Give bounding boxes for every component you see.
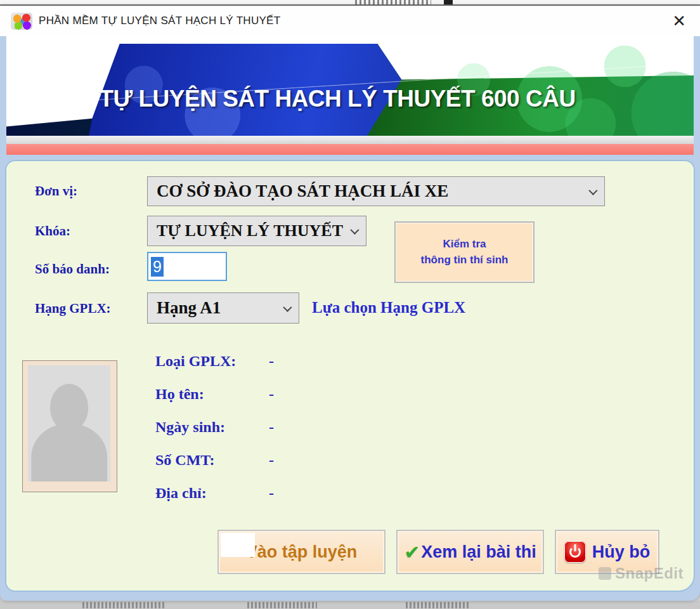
dia-chi-value: - (269, 485, 274, 502)
title-bar: PHẦN MỀM TỰ LUYỆN SÁT HẠCH LÝ THUYẾT ✕ (0, 6, 700, 36)
red-stripe (6, 144, 694, 155)
khoa-dropdown-value: TỰ LUYỆN LÝ THUYẾT (157, 221, 343, 240)
hang-gplx-hint: Lựa chọn Hạng GPLX (312, 299, 465, 317)
watermark-icon (599, 567, 611, 580)
hang-gplx-dropdown-value: Hạng A1 (157, 298, 221, 318)
don-vi-dropdown[interactable]: CƠ SỞ ĐÀO TẠO SÁT HẠCH LÁI XE (147, 176, 605, 206)
remnant-smudge (355, 0, 431, 4)
remnant-smudge (247, 602, 317, 608)
check-button-line1: Kiểm tra (443, 237, 486, 252)
so-bao-danh-label: Số báo danh: (35, 261, 110, 277)
banner-title: TỰ LUYỆN SÁT HẠCH LÝ THUYẾT 600 CÂU (6, 86, 668, 112)
banner-line-decoration (6, 34, 694, 136)
check-candidate-info-button[interactable]: Kiểm tra thông tin thí sinh (394, 221, 535, 283)
candidate-photo-frame (22, 360, 117, 492)
remnant-smudge (406, 602, 469, 608)
dia-chi-label: Địa chỉ: (155, 485, 207, 502)
hang-gplx-dropdown[interactable]: Hạng A1 (147, 292, 299, 324)
window-title: PHẦN MỀM TỰ LUYỆN SÁT HẠCH LÝ THUYẾT (39, 15, 280, 27)
don-vi-label: Đơn vị: (35, 183, 77, 199)
ngay-sinh-value: - (269, 419, 274, 436)
review-exam-button[interactable]: ✔ Xem lại bài thi (396, 530, 544, 574)
so-bao-danh-input[interactable]: 9 (147, 252, 227, 281)
khoa-label: Khóa: (35, 223, 70, 239)
power-icon (564, 541, 586, 563)
watermark-text: SnapEdit (615, 565, 684, 582)
so-bao-danh-value: 9 (151, 257, 164, 277)
so-cmt-value: - (269, 452, 274, 469)
practice-button[interactable]: Vào tập luyện (217, 530, 386, 574)
checkmark-icon: ✔ (404, 541, 420, 563)
don-vi-dropdown-value: CƠ SỞ ĐÀO TẠO SÁT HẠCH LÁI XE (157, 181, 448, 201)
so-cmt-label: Số CMT: (155, 452, 215, 469)
chevron-down-icon (588, 186, 597, 195)
review-button-label: Xem lại bài thi (421, 542, 536, 562)
loai-gplx-label: Loại GPLX: (155, 353, 236, 370)
avatar-placeholder (28, 365, 110, 481)
screen: PHẦN MỀM TỰ LUYỆN SÁT HẠCH LÝ THUYẾT ✕ T… (0, 0, 700, 609)
chevron-down-icon (350, 226, 359, 235)
practice-button-label: Vào tập luyện (246, 542, 358, 562)
chevron-down-icon (283, 303, 292, 311)
banner-bottom-strip (6, 136, 694, 144)
remnant-smudge (82, 602, 165, 608)
cancel-button-label: Hủy bỏ (592, 542, 651, 562)
hang-gplx-label: Hạng GPLX: (35, 301, 111, 317)
app-icon (11, 13, 32, 30)
background-window-remnant-top (0, 0, 700, 6)
loai-gplx-value: - (269, 353, 274, 370)
check-button-line2: thông tin thí sinh (421, 252, 509, 268)
banner: TỰ LUYỆN SÁT HẠCH LÝ THUYẾT 600 CÂU (6, 34, 694, 136)
watermark: SnapEdit (599, 565, 684, 582)
ho-ten-label: Họ tên: (155, 386, 204, 403)
close-button[interactable]: ✕ (672, 13, 686, 29)
background-window-remnant-bottom (0, 601, 700, 609)
remnant-smudge (444, 0, 453, 4)
ngay-sinh-label: Ngày sinh: (155, 419, 225, 436)
practice-button-corner-box (221, 533, 255, 557)
ho-ten-value: - (269, 386, 274, 403)
khoa-dropdown[interactable]: TỰ LUYỆN LÝ THUYẾT (147, 216, 366, 246)
